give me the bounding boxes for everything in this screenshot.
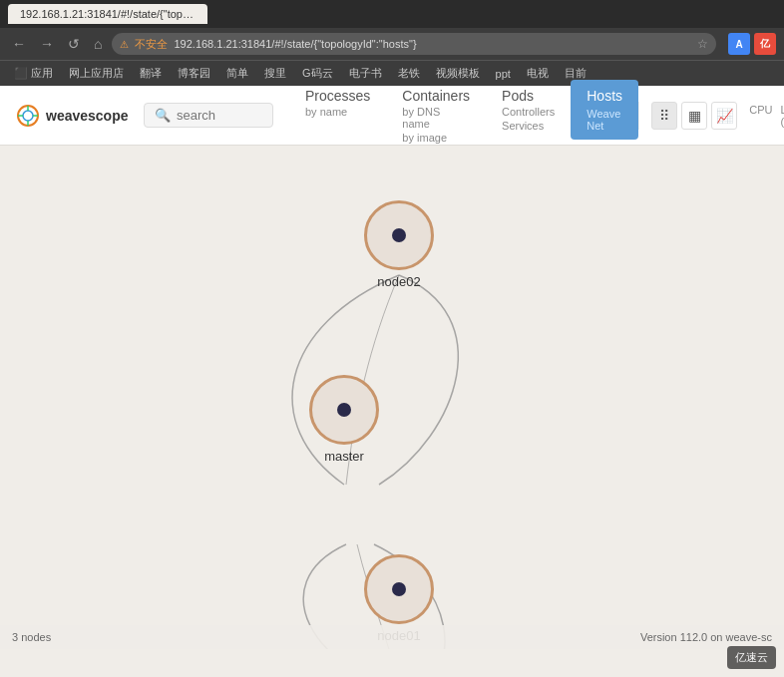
tab-title: 192.168.1.21:31841/#!/state/{"topologyId… [20, 8, 207, 20]
ext-btn-2[interactable]: 亿 [754, 33, 776, 55]
app-header: weavescope 🔍 Processes by name Container… [0, 86, 784, 146]
watermark: 亿速云 [727, 646, 776, 669]
node02-circle[interactable] [364, 200, 434, 270]
node-node02[interactable]: node02 [364, 200, 434, 289]
nav-pods[interactable]: Pods Controllers Services [486, 80, 571, 140]
table-view-button[interactable]: ▦ [681, 102, 707, 130]
pods-sub2-label: Services [502, 120, 555, 132]
graph-view-button[interactable]: ⠿ [651, 102, 677, 130]
search-input[interactable] [177, 108, 256, 123]
address-bar[interactable]: ⚠ 不安全 192.168.1.21:31841/#!/state/{"topo… [112, 33, 716, 55]
chart-icon: 📈 [716, 108, 733, 124]
bookmark-simple[interactable]: 简单 [220, 64, 254, 83]
active-tab[interactable]: 192.168.1.21:31841/#!/state/{"topologyId… [8, 4, 207, 24]
search-icon: 🔍 [155, 108, 171, 123]
node-count: 3 nodes [12, 631, 51, 643]
hosts-sub-label: Weave Net [587, 108, 622, 132]
bookmark-star-icon[interactable]: ☆ [697, 37, 708, 51]
logo-text: weavescope [46, 108, 129, 124]
load-label: Load (1m) [780, 104, 784, 128]
url-display: 192.168.1.21:31841/#!/state/{"topologyId… [174, 38, 691, 50]
nav-hosts[interactable]: Hosts Weave Net [571, 80, 638, 140]
processes-label: Processes [305, 88, 370, 104]
node01-dot [392, 582, 406, 596]
nav-processes[interactable]: Processes by name [289, 80, 386, 126]
status-bar: 3 nodes Version 112.0 on weave-sc [0, 625, 784, 649]
bookmark-search[interactable]: 搜里 [258, 64, 292, 83]
containers-sub1-label: by DNS name [402, 106, 470, 130]
browser-chrome: 192.168.1.21:31841/#!/state/{"topologyId… [0, 0, 784, 86]
pods-label: Pods [502, 88, 555, 104]
table-icon: ▦ [688, 108, 701, 124]
bookmark-blog[interactable]: 博客园 [172, 64, 216, 83]
version-info: Version 112.0 on weave-sc [640, 631, 772, 643]
processes-sub-label: by name [305, 106, 370, 118]
containers-label: Containers [402, 88, 470, 104]
graph-icon: ⠿ [659, 108, 669, 124]
forward-button[interactable]: → [36, 34, 58, 54]
pods-sub1-label: Controllers [502, 106, 555, 118]
search-box[interactable]: 🔍 [144, 103, 273, 128]
chart-view-button[interactable]: 📈 [711, 102, 737, 130]
node02-label: node02 [377, 274, 420, 289]
home-button[interactable]: ⌂ [90, 34, 106, 54]
ext-btn-1[interactable]: A [728, 33, 750, 55]
browser-toolbar: ← → ↺ ⌂ ⚠ 不安全 192.168.1.21:31841/#!/stat… [0, 28, 784, 60]
containers-sub2-label: by image [402, 132, 470, 144]
nav-items: Processes by name Containers by DNS name… [289, 80, 638, 152]
back-button[interactable]: ← [8, 34, 30, 54]
bookmark-webstore[interactable]: 网上应用店 [63, 64, 130, 83]
main-canvas[interactable]: node02 master node01 3 nodes Version 112… [0, 146, 784, 649]
svg-point-1 [23, 111, 33, 121]
node02-dot [392, 228, 406, 242]
master-label: master [324, 449, 364, 464]
metric-labels: CPU Load (1m) M [741, 104, 784, 128]
refresh-button[interactable]: ↺ [64, 34, 84, 54]
logo-area: weavescope [16, 104, 136, 128]
weavescope-logo-icon [16, 104, 40, 128]
master-dot [337, 403, 351, 417]
nav-containers[interactable]: Containers by DNS name by image [386, 80, 486, 152]
bookmark-apps[interactable]: ⬛ 应用 [8, 64, 59, 83]
insecure-label: 不安全 [135, 37, 168, 52]
view-controls: ⠿ ▦ 📈 CPU Load (1m) M [638, 102, 784, 130]
node-master[interactable]: master [309, 375, 379, 464]
security-icon: ⚠ [120, 39, 129, 50]
bookmark-translate[interactable]: 翻译 [134, 64, 168, 83]
browser-extensions: A 亿 [722, 33, 776, 55]
master-circle[interactable] [309, 375, 379, 445]
hosts-label: Hosts [587, 88, 622, 104]
node01-circle[interactable] [364, 554, 434, 624]
cpu-label: CPU [749, 104, 772, 128]
browser-tabs-bar: 192.168.1.21:31841/#!/state/{"topologyId… [0, 0, 784, 28]
